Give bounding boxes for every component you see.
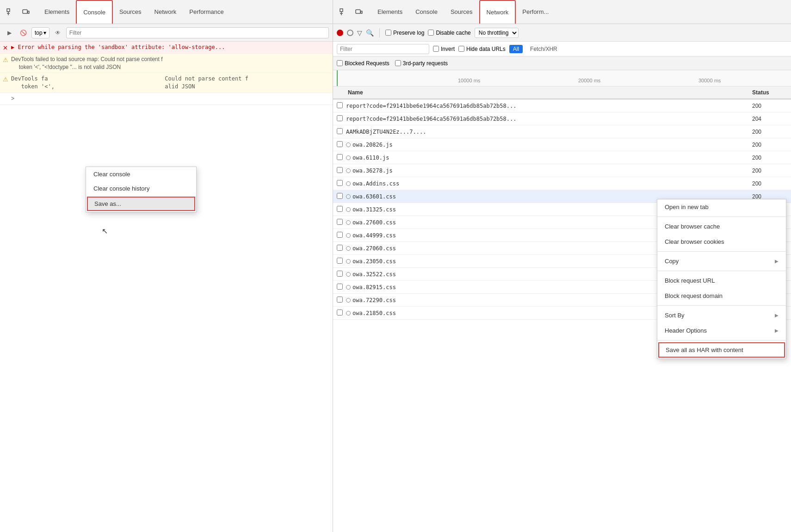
filter-all-button[interactable]: All	[509, 45, 523, 53]
row-checkbox-3[interactable]	[337, 141, 346, 148]
mouse-cursor: ↖	[102, 227, 108, 235]
timeline-label-3: 30000 ms	[698, 78, 721, 83]
svg-rect-3	[23, 10, 27, 13]
row-checkbox-10[interactable]	[337, 232, 346, 239]
preserve-log-checkbox[interactable]	[385, 30, 391, 36]
responsive-icon-net[interactable]	[352, 6, 365, 19]
console-context-menu: Clear console Clear console history Save…	[86, 167, 197, 212]
sort-by-item[interactable]: Sort By	[657, 308, 786, 323]
network-row[interactable]: owa.Addins.css 200	[333, 177, 791, 190]
search-icon[interactable]: 🔍	[366, 29, 374, 37]
network-row[interactable]: AAMkADBjZTU4N2Ez...7.... 200	[333, 125, 791, 138]
header-name[interactable]: Name	[346, 89, 750, 96]
eye-icon[interactable]: 👁	[52, 27, 63, 38]
block-request-domain-item[interactable]: Block request domain	[657, 288, 786, 303]
tab-sources[interactable]: Sources	[113, 0, 148, 24]
throttle-select[interactable]: No throttling	[475, 28, 519, 38]
svg-rect-8	[356, 10, 360, 13]
disable-cache-checkbox[interactable]	[428, 30, 434, 36]
row-checkbox-15[interactable]	[337, 297, 346, 304]
save-har-item[interactable]: Save all as HAR with content	[658, 342, 785, 358]
net-tab-console[interactable]: Console	[409, 0, 444, 24]
svg-rect-4	[28, 11, 29, 13]
row-status-1: 204	[750, 116, 787, 122]
divider-4	[657, 305, 786, 306]
invert-label[interactable]: Invert	[433, 46, 455, 52]
console-warning-entry-1: ⚠ DevTools failed to load source map: Co…	[0, 54, 333, 74]
block-icon[interactable]: 🚫	[18, 27, 29, 38]
network-toolbar: ▽ 🔍 Preserve log Disable cache No thrott…	[333, 24, 791, 42]
row-checkbox-2[interactable]	[337, 128, 346, 136]
network-row[interactable]: owa.6110.js 200	[333, 151, 791, 164]
inspect-icon[interactable]	[4, 6, 17, 19]
timeline-bar: 10000 ms 20000 ms 30000 ms	[333, 70, 791, 87]
resource-icon	[346, 285, 351, 290]
stop-record-button[interactable]	[347, 30, 353, 36]
resource-icon	[346, 155, 351, 160]
preserve-log-label[interactable]: Preserve log	[385, 30, 424, 36]
network-row[interactable]: owa.36278.js 200	[333, 164, 791, 177]
record-button[interactable]	[337, 30, 343, 36]
save-as-item[interactable]: Save as...	[87, 197, 195, 211]
tab-performance[interactable]: Performance	[183, 0, 230, 24]
clear-browser-cache-item[interactable]: Clear browser cache	[657, 219, 786, 234]
row-checkbox-11[interactable]	[337, 245, 346, 252]
blocked-requests-label[interactable]: Blocked Requests	[337, 60, 389, 67]
network-row[interactable]: owa.20826.js 200	[333, 138, 791, 151]
row-checkbox-6[interactable]	[337, 180, 346, 187]
net-tab-sources[interactable]: Sources	[444, 0, 479, 24]
row-checkbox-14[interactable]	[337, 284, 346, 291]
row-checkbox-13[interactable]	[337, 271, 346, 278]
inspect-icon-net[interactable]	[337, 6, 350, 19]
responsive-icon[interactable]	[19, 6, 32, 19]
tab-elements[interactable]: Elements	[38, 0, 76, 24]
row-status-4: 200	[750, 155, 787, 161]
invert-checkbox[interactable]	[433, 46, 439, 52]
svg-rect-5	[340, 9, 343, 12]
header-options-item[interactable]: Header Options	[657, 323, 786, 338]
net-tab-network[interactable]: Network	[479, 0, 516, 24]
resource-icon	[346, 233, 351, 238]
resource-icon	[346, 298, 351, 303]
network-tab-icons	[337, 6, 365, 19]
row-checkbox-0[interactable]	[337, 102, 346, 110]
filter-icon[interactable]: ▽	[357, 29, 362, 37]
console-filter-input[interactable]	[66, 27, 329, 38]
block-request-url-item[interactable]: Block request URL	[657, 273, 786, 288]
filter-fetch-button[interactable]: Fetch/XHR	[526, 45, 561, 53]
clear-console-item[interactable]: Clear console	[86, 167, 196, 181]
row-checkbox-1[interactable]	[337, 115, 346, 123]
row-checkbox-4[interactable]	[337, 154, 346, 161]
net-tab-performance[interactable]: Perform...	[516, 0, 555, 24]
divider-1	[657, 217, 786, 217]
network-context-menu: Open in new tab Clear browser cache Clea…	[657, 199, 786, 359]
network-row[interactable]: report?code=f29141bbe6e1964ca567691a6db8…	[333, 112, 791, 125]
network-row[interactable]: report?code=f29141bbe6e1964ca567691a6db8…	[333, 99, 791, 112]
context-selector[interactable]: top ▾	[31, 27, 49, 38]
row-checkbox-7[interactable]	[337, 193, 346, 200]
tab-console[interactable]: Console	[76, 0, 113, 24]
hide-data-checkbox[interactable]	[458, 46, 464, 52]
blocked-requests-checkbox[interactable]	[337, 60, 343, 66]
row-checkbox-9[interactable]	[337, 219, 346, 226]
error-icon: ✕	[3, 44, 8, 52]
play-icon[interactable]: ▶	[4, 27, 15, 38]
row-checkbox-12[interactable]	[337, 258, 346, 265]
third-party-label[interactable]: 3rd-party requests	[395, 60, 448, 67]
hide-data-label[interactable]: Hide data URLs	[458, 46, 506, 52]
network-filter-input[interactable]	[337, 44, 429, 54]
row-checkbox-16[interactable]	[337, 309, 346, 317]
tab-network[interactable]: Network	[148, 0, 183, 24]
timeline-label-2: 20000 ms	[578, 78, 600, 83]
disable-cache-label[interactable]: Disable cache	[428, 30, 470, 36]
row-checkbox-5[interactable]	[337, 167, 346, 174]
net-tab-elements[interactable]: Elements	[371, 0, 409, 24]
clear-console-history-item[interactable]: Clear console history	[86, 181, 196, 196]
row-checkbox-8[interactable]	[337, 206, 346, 213]
warning-text-2: DevTools fa Could not parse content f to…	[11, 75, 248, 90]
header-status[interactable]: Status	[750, 89, 787, 96]
open-new-tab-item[interactable]: Open in new tab	[657, 199, 786, 215]
copy-item[interactable]: Copy	[657, 254, 786, 269]
clear-browser-cookies-item[interactable]: Clear browser cookies	[657, 234, 786, 249]
third-party-checkbox[interactable]	[395, 60, 401, 66]
